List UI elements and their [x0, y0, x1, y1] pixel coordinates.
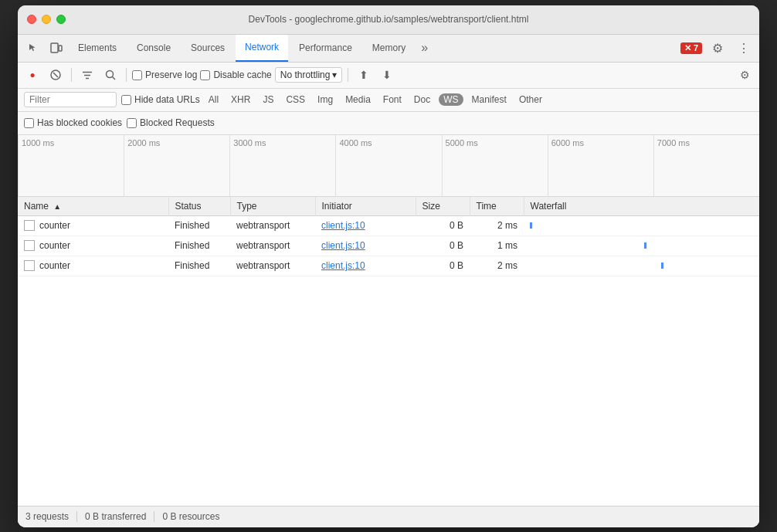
preserve-log-checkbox[interactable] [132, 70, 142, 80]
blocked-requests-checkbox[interactable] [127, 118, 137, 128]
initiator-link-0[interactable]: client.js:10 [321, 220, 365, 231]
filter-input[interactable] [24, 92, 117, 107]
error-icon: ✕ [684, 43, 691, 53]
device-mode-icon[interactable] [46, 37, 67, 59]
td-size-2: 0 B [416, 256, 470, 276]
th-type[interactable]: Type [230, 197, 315, 216]
filter-other[interactable]: Other [515, 93, 546, 106]
window-title: DevTools - googlechrome.github.io/sample… [249, 14, 529, 25]
td-time-2: 2 ms [470, 256, 524, 276]
tab-right-area: ✕ 7 ⚙ ⋮ [680, 37, 755, 59]
tick-7000: 7000 ms [653, 135, 759, 196]
record-button[interactable]: ● [22, 65, 42, 85]
filter-js[interactable]: JS [259, 93, 277, 106]
filter-css[interactable]: CSS [282, 93, 309, 106]
td-name-2[interactable]: counter [18, 256, 168, 276]
th-waterfall[interactable]: Waterfall [524, 197, 759, 216]
row-checkbox-1[interactable] [24, 240, 35, 251]
titlebar: DevTools - googlechrome.github.io/sample… [18, 5, 759, 35]
td-status-0: Finished [168, 215, 230, 236]
th-initiator[interactable]: Initiator [315, 197, 416, 216]
network-settings-button[interactable]: ⚙ [735, 65, 755, 85]
download-button[interactable]: ⬇ [377, 65, 397, 85]
td-size-0: 0 B [416, 215, 470, 236]
filter-xhr[interactable]: XHR [227, 93, 254, 106]
search-button[interactable] [100, 65, 120, 85]
svg-point-7 [107, 71, 114, 78]
filter-font[interactable]: Font [379, 93, 405, 106]
has-blocked-cookies-checkbox[interactable] [24, 118, 34, 128]
more-tabs-button[interactable]: » [416, 38, 433, 58]
initiator-link-1[interactable]: client.js:10 [321, 240, 365, 251]
filter-bar: Hide data URLs All XHR JS CSS Img Media … [18, 89, 759, 112]
svg-line-3 [53, 73, 58, 77]
filter-doc[interactable]: Doc [410, 93, 434, 106]
tick-6000: 6000 ms [548, 135, 653, 196]
tab-elements[interactable]: Elements [69, 34, 126, 62]
td-name-0[interactable]: counter [18, 215, 168, 236]
filter-media[interactable]: Media [341, 93, 375, 106]
td-type-2: webtransport [230, 256, 315, 276]
row-checkbox-0[interactable] [24, 220, 35, 231]
row-name-1: counter [39, 240, 70, 251]
hide-data-urls-label[interactable]: Hide data URLs [121, 94, 200, 105]
td-size-1: 0 B [416, 236, 470, 256]
tab-memory[interactable]: Memory [363, 34, 415, 62]
table-scroll[interactable]: Name ▲ Status Type Initiator Size Time W… [18, 197, 759, 506]
close-button[interactable] [27, 15, 36, 24]
cursor-icon[interactable] [22, 37, 44, 59]
minimize-button[interactable] [42, 15, 51, 24]
td-status-2: Finished [168, 256, 230, 276]
settings-button[interactable]: ⚙ [707, 37, 728, 59]
table-row[interactable]: counterFinishedwebtransportclient.js:100… [18, 215, 759, 236]
tab-network[interactable]: Network [236, 34, 288, 62]
devtools-window: DevTools - googlechrome.github.io/sample… [18, 5, 759, 527]
devtools-body: Elements Console Sources Network Perform… [18, 35, 759, 527]
content-area: Name ▲ Status Type Initiator Size Time W… [18, 197, 759, 506]
filter-manifest[interactable]: Manifest [468, 93, 511, 106]
tab-console[interactable]: Console [127, 34, 180, 62]
divider-1 [71, 68, 72, 82]
svg-rect-0 [51, 43, 58, 53]
upload-button[interactable]: ⬆ [354, 65, 374, 85]
td-waterfall-0 [524, 215, 759, 236]
has-blocked-cookies-label[interactable]: Has blocked cookies [24, 117, 122, 128]
maximize-button[interactable] [56, 15, 66, 24]
th-size[interactable]: Size [416, 197, 470, 216]
tab-sources[interactable]: Sources [182, 34, 234, 62]
preserve-log-label[interactable]: Preserve log [132, 69, 197, 80]
filter-ws[interactable]: WS [439, 93, 463, 106]
resources-size: 0 B resources [154, 511, 227, 522]
tick-1000: 1000 ms [18, 135, 124, 196]
blocked-requests-label[interactable]: Blocked Requests [127, 117, 215, 128]
th-time[interactable]: Time [470, 197, 524, 216]
tab-performance[interactable]: Performance [290, 34, 361, 62]
td-initiator-0[interactable]: client.js:10 [315, 215, 416, 236]
clear-button[interactable] [46, 65, 66, 85]
td-initiator-1[interactable]: client.js:10 [315, 236, 416, 256]
table-header-row: Name ▲ Status Type Initiator Size Time W… [18, 197, 759, 216]
timeline-header: 1000 ms 2000 ms 3000 ms 4000 ms 5000 ms … [18, 135, 759, 197]
row-checkbox-2[interactable] [24, 260, 35, 271]
th-name[interactable]: Name ▲ [18, 197, 168, 216]
disable-cache-label[interactable]: Disable cache [200, 69, 271, 80]
filter-img[interactable]: Img [314, 93, 337, 106]
tick-3000: 3000 ms [229, 135, 335, 196]
tick-5000: 5000 ms [442, 135, 548, 196]
throttle-select[interactable]: No throttling ▾ [275, 67, 343, 83]
network-toolbar: ● [18, 63, 759, 89]
td-name-1[interactable]: counter [18, 236, 168, 256]
hide-data-urls-checkbox[interactable] [121, 95, 131, 105]
error-badge[interactable]: ✕ 7 [680, 42, 702, 54]
filter-button[interactable] [77, 65, 97, 85]
th-status[interactable]: Status [168, 197, 230, 216]
td-initiator-2[interactable]: client.js:10 [315, 256, 416, 276]
td-waterfall-1 [524, 236, 759, 256]
table-row[interactable]: counterFinishedwebtransportclient.js:100… [18, 236, 759, 256]
initiator-link-2[interactable]: client.js:10 [321, 260, 365, 271]
requests-count: 3 requests [25, 511, 77, 522]
table-row[interactable]: counterFinishedwebtransportclient.js:100… [18, 256, 759, 276]
more-options-button[interactable]: ⋮ [733, 37, 755, 59]
filter-all[interactable]: All [205, 93, 222, 106]
disable-cache-checkbox[interactable] [200, 70, 210, 80]
